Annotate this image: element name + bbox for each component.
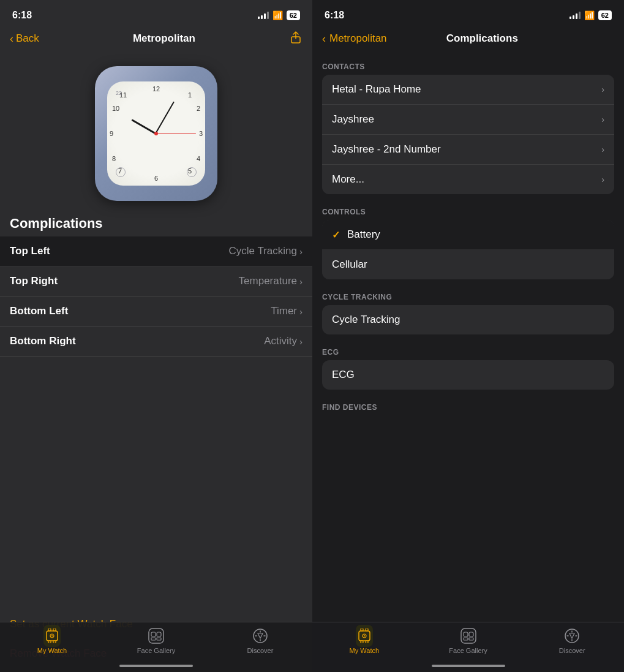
back-button[interactable]: ‹ Back (10, 32, 39, 45)
right-status-icons: 📶 62 (569, 10, 612, 20)
right-tab-discover[interactable]: Discover (520, 627, 624, 654)
bottom-right-value-text: Activity (264, 335, 297, 347)
complication-bottom-right[interactable]: Bottom Right Activity › (0, 327, 312, 357)
left-tab-bar: My Watch Face Gallery (0, 622, 312, 672)
left-status-bar: 6:18 📶 62 (0, 0, 312, 27)
control-battery[interactable]: ✓ Battery (322, 220, 614, 250)
signal-bar-4 (267, 12, 269, 19)
bottom-left-value-text: Timer (271, 305, 297, 317)
svg-rect-3 (53, 629, 56, 631)
signal-bar-3 (264, 13, 266, 19)
battery-badge: 62 (287, 10, 300, 20)
chevron-icon-c1: › (601, 85, 604, 94)
second-hand (156, 134, 196, 134)
right-wifi-icon: 📶 (584, 10, 595, 20)
contact-label-1: Hetal - Rupa Home (332, 83, 601, 96)
contact-item-more[interactable]: More... › (322, 165, 614, 194)
right-tab-face-gallery-label: Face Gallery (449, 647, 487, 654)
contact-item-1[interactable]: Hetal - Rupa Home › (322, 75, 614, 105)
contact-label-2: Jayshree (332, 113, 601, 126)
find-devices-section-header: FIND DEVICES (312, 395, 624, 415)
top-left-value: Cycle Tracking › (229, 245, 303, 257)
contact-item-2[interactable]: Jayshree › (322, 105, 614, 135)
signal-bar-2 (261, 15, 263, 19)
cycle-tracking-item[interactable]: Cycle Tracking (322, 305, 614, 334)
svg-rect-19 (366, 641, 368, 643)
right-scroll-content: CONTACTS Hetal - Rupa Home › Jayshree › … (312, 54, 624, 672)
clock-face: 12 1 2 3 4 5 6 7 8 9 10 11 (107, 81, 205, 186)
right-status-time: 6:18 (325, 10, 344, 21)
right-tab-face-gallery[interactable]: Face Gallery (416, 627, 521, 654)
tab-discover-label: Discover (247, 647, 274, 654)
chevron-right-icon-3: › (299, 306, 303, 317)
tab-my-watch[interactable]: My Watch (0, 627, 104, 654)
left-status-icons: 📶 62 (258, 10, 300, 20)
right-tab-discover-label: Discover (559, 647, 585, 654)
right-tab-bar: My Watch Face Gallery (312, 622, 624, 672)
control-cellular[interactable]: Cellular (322, 250, 614, 279)
svg-rect-4 (48, 641, 51, 643)
svg-marker-14 (258, 633, 263, 638)
back-label: Back (16, 32, 39, 45)
top-left-label: Top Left (10, 245, 50, 257)
signal-bars-icon (258, 12, 269, 19)
complications-title: Complications (0, 211, 312, 236)
contacts-group: Hetal - Rupa Home › Jayshree › Jayshree … (322, 75, 614, 194)
ecg-item[interactable]: ECG (322, 360, 614, 390)
left-nav-bar: ‹ Back Metropolitan (0, 27, 312, 54)
share-icon[interactable] (289, 31, 303, 47)
center-dot (154, 132, 158, 135)
top-left-value-text: Cycle Tracking (229, 245, 297, 257)
complication-bottom-left[interactable]: Bottom Left Timer › (0, 296, 312, 327)
svg-rect-5 (53, 641, 56, 643)
right-tab-my-watch[interactable]: My Watch (312, 627, 416, 654)
watch-date: 22 (116, 90, 122, 96)
svg-rect-26 (469, 638, 473, 640)
watch-face-inner: 12 1 2 3 4 5 6 7 8 9 10 11 (95, 66, 217, 201)
chevron-icon-c2: › (601, 115, 604, 124)
bottom-left-value: Timer › (271, 305, 303, 317)
svg-rect-23 (464, 632, 468, 636)
complication-top-left[interactable]: Top Left Cycle Tracking › (0, 236, 312, 266)
tab-discover[interactable]: Discover (208, 627, 312, 654)
svg-rect-12 (157, 638, 161, 640)
tab-face-gallery-label: Face Gallery (137, 647, 175, 654)
discover-icon (252, 627, 269, 644)
back-chevron-icon: ‹ (10, 32, 13, 45)
svg-marker-28 (569, 633, 574, 638)
minute-hand (155, 102, 175, 134)
ecg-group: ECG (322, 360, 614, 390)
tab-face-gallery[interactable]: Face Gallery (104, 627, 208, 654)
right-back-chevron-icon: ‹ (322, 32, 326, 45)
chevron-right-icon: › (299, 246, 303, 257)
complication-top-right[interactable]: Top Right Temperature › (0, 266, 312, 296)
chevron-right-icon-4: › (299, 336, 303, 347)
svg-rect-9 (151, 632, 156, 636)
signal-bar-1 (258, 17, 260, 19)
svg-rect-11 (151, 638, 156, 640)
wifi-icon: 📶 (273, 10, 283, 20)
right-discover-icon (563, 627, 581, 644)
contact-item-3[interactable]: Jayshree - 2nd Number › (322, 135, 614, 165)
svg-rect-10 (157, 632, 161, 636)
right-panel: 6:18 📶 62 ‹ Metropolitan Complications C… (312, 0, 624, 672)
right-tab-my-watch-label: My Watch (350, 647, 380, 654)
ecg-section-header: ECG (312, 339, 624, 360)
right-breadcrumb[interactable]: ‹ Metropolitan (322, 32, 387, 45)
tab-my-watch-label: My Watch (37, 647, 67, 654)
home-indicator (119, 665, 193, 667)
cellular-label: Cellular (332, 259, 604, 271)
right-battery-badge: 62 (598, 10, 612, 20)
top-right-label: Top Right (10, 275, 58, 287)
watch-complication-bl (116, 167, 126, 177)
hour-hand (131, 119, 156, 134)
battery-label: Battery (347, 228, 604, 241)
my-watch-icon (43, 627, 61, 644)
contact-label-3: Jayshree - 2nd Number (332, 143, 601, 156)
right-home-indicator (432, 665, 505, 667)
contact-label-more: More... (332, 173, 601, 186)
watch-face-container: 12 1 2 3 4 5 6 7 8 9 10 11 (0, 54, 312, 211)
face-gallery-icon (148, 627, 165, 644)
right-status-bar: 6:18 📶 62 (312, 0, 624, 27)
top-right-value: Temperature › (239, 275, 303, 287)
